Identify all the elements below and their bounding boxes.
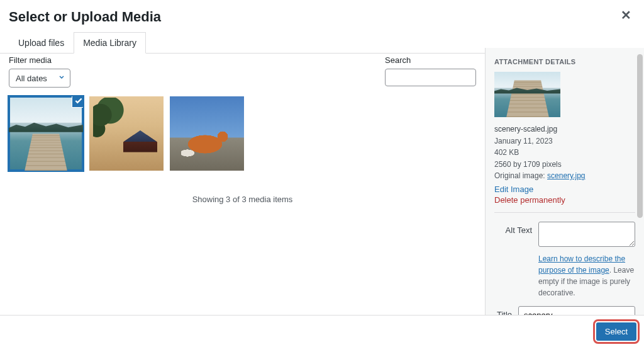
media-thumb-2[interactable] [89,96,164,171]
title-label: Title [494,306,512,315]
attachment-date: January 11, 2023 [494,135,635,147]
sidebar-scrollbar[interactable] [637,54,643,218]
alt-text-input[interactable] [538,222,635,247]
attachment-filesize: 402 KB [494,147,635,159]
attachment-preview [494,72,560,117]
filter-dates-select[interactable]: All dates [9,69,70,88]
modal-title: Select or Upload Media [9,9,161,25]
attachment-dimensions: 2560 by 1709 pixels [494,159,635,171]
attachment-sidebar: ATTACHMENT DETAILS scenery-scaled.jpg Ja… [486,48,644,315]
attachment-original: Original image: scenery.jpg [494,170,635,182]
attachment-details-heading: ATTACHMENT DETAILS [494,58,635,65]
alt-text-label: Alt Text [494,222,532,235]
search-input[interactable] [385,69,476,86]
original-label: Original image: [494,171,547,180]
close-icon[interactable]: ✕ [618,9,634,21]
edit-image-link[interactable]: Edit Image [494,185,635,194]
selected-check-icon[interactable] [72,96,83,108]
media-thumb-3[interactable] [170,96,244,171]
modal-footer: Select [0,315,644,347]
media-thumb-1[interactable] [9,96,83,171]
alt-text-hint: Learn how to describe the purpose of the… [538,253,635,299]
media-count-status: Showing 3 of 3 media items [9,195,476,204]
select-button[interactable]: Select [596,322,636,341]
media-grid [9,96,476,171]
original-image-link[interactable]: scenery.jpg [547,171,585,180]
filter-label: Filter media [9,55,70,65]
delete-permanently-link[interactable]: Delete permanently [494,195,635,205]
search-label: Search [385,55,476,65]
attachment-filename: scenery-scaled.jpg [494,123,635,135]
sidebar-divider [494,212,635,213]
title-input[interactable] [518,306,635,315]
media-main-panel: Filter media All dates Search [0,48,486,315]
